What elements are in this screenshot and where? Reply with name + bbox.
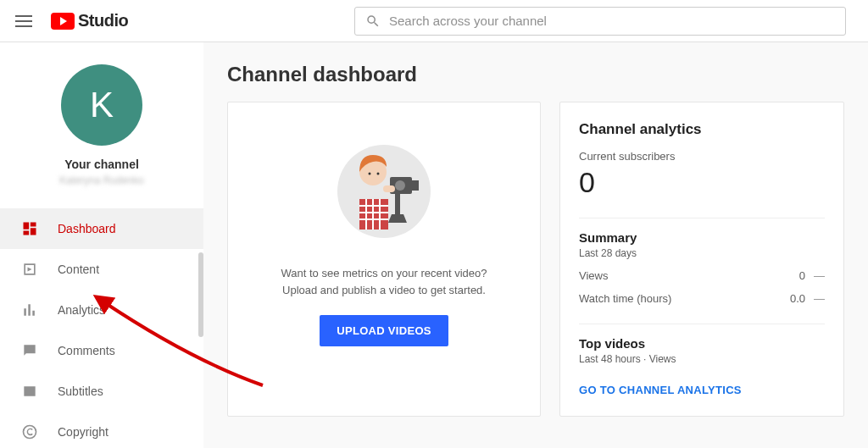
upload-prompt-card: Want to see metrics on your recent video…	[227, 102, 541, 417]
svg-rect-4	[395, 194, 400, 214]
metric-delta: —	[814, 292, 825, 305]
upload-illustration	[329, 136, 439, 250]
sidebar-item-dashboard[interactable]: Dashboard	[0, 208, 203, 249]
content-icon	[20, 260, 39, 279]
metric-value: 0	[799, 269, 805, 282]
subscribers-value: 0	[579, 166, 825, 199]
search-box[interactable]	[354, 7, 846, 36]
subscribers-label: Current subscribers	[579, 150, 825, 163]
subtitles-icon	[20, 382, 39, 401]
metric-value: 0.0	[790, 292, 805, 305]
search-input[interactable]	[389, 14, 835, 28]
sidebar-item-label: Analytics	[58, 303, 105, 317]
svg-point-13	[369, 173, 371, 175]
metric-delta: —	[814, 269, 825, 282]
dashboard-icon	[20, 219, 39, 238]
youtube-icon	[51, 13, 75, 30]
comments-icon	[20, 341, 39, 360]
metric-label: Views	[579, 269, 608, 282]
channel-name: Kateryna Rudenko	[0, 174, 203, 186]
metric-row-watch-time: Watch time (hours) 0.0—	[579, 292, 825, 305]
svg-point-14	[377, 173, 380, 175]
sidebar-item-label: Subtitles	[58, 384, 103, 398]
sidebar-item-label: Content	[58, 263, 99, 276]
sidebar-item-label: Comments	[58, 344, 115, 357]
sidebar: K Your channel Kateryna Rudenko Dashboar…	[0, 42, 203, 448]
sidebar-item-label: Dashboard	[58, 222, 116, 235]
youtube-studio-logo[interactable]: Studio	[51, 11, 128, 30]
sidebar-item-copyright[interactable]: Copyright	[0, 412, 203, 448]
metric-label: Watch time (hours)	[579, 292, 671, 305]
copyright-icon	[20, 423, 39, 441]
sidebar-item-comments[interactable]: Comments	[0, 330, 203, 371]
upload-prompt-line2: Upload and publish a video to get starte…	[282, 282, 486, 299]
app-header: Studio	[0, 0, 868, 42]
upload-prompt-line1: Want to see metrics on your recent video…	[281, 265, 487, 282]
page-title: Channel dashboard	[227, 63, 844, 86]
channel-avatar[interactable]: K	[61, 64, 142, 146]
svg-point-3	[395, 180, 405, 191]
top-videos-subtitle: Last 48 hours · Views	[579, 353, 825, 365]
upload-videos-button[interactable]: UPLOAD VIDEOS	[320, 315, 448, 346]
channel-analytics-card: Channel analytics Current subscribers 0 …	[559, 102, 844, 417]
logo-text: Studio	[78, 11, 128, 30]
main-content: Channel dashboard	[203, 42, 868, 448]
search-icon	[365, 14, 381, 29]
sidebar-item-content[interactable]: Content	[0, 249, 203, 290]
go-to-analytics-link[interactable]: GO TO CHANNEL ANALYTICS	[579, 384, 742, 396]
metric-row-views: Views 0—	[579, 269, 825, 282]
sidebar-item-subtitles[interactable]: Subtitles	[0, 371, 203, 412]
channel-label: Your channel	[0, 158, 203, 171]
sidebar-nav: Dashboard Content Analytics Comments	[0, 208, 203, 448]
summary-subtitle: Last 28 days	[579, 247, 825, 259]
summary-title: Summary	[579, 230, 825, 245]
analytics-icon	[20, 301, 39, 319]
svg-rect-2	[410, 180, 419, 191]
sidebar-item-analytics[interactable]: Analytics	[0, 290, 203, 330]
sidebar-item-label: Copyright	[58, 425, 108, 439]
analytics-title: Channel analytics	[579, 121, 825, 138]
scrollbar[interactable]	[198, 252, 203, 337]
svg-rect-15	[383, 185, 395, 192]
menu-icon[interactable]	[15, 11, 36, 31]
top-videos-title: Top videos	[579, 336, 825, 351]
